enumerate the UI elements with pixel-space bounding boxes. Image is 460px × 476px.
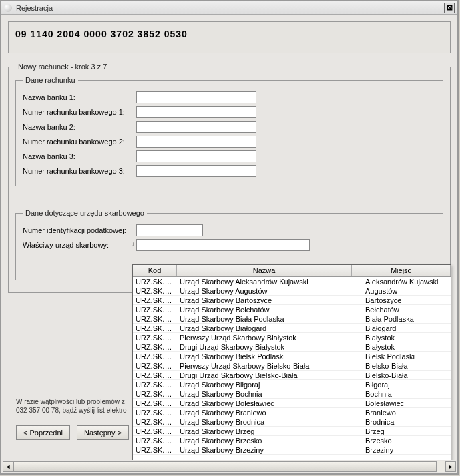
acct2-label: Numer rachunku bankowego 2:: [23, 138, 136, 146]
cell-nazwa: Urząd Skarbowy Bolesławiec: [177, 399, 363, 407]
window-scroll-thumb[interactable]: [13, 461, 437, 472]
cell-nazwa: Urząd Skarbowy Bartoszyce: [177, 296, 363, 304]
cell-miejsc: Brodnica: [363, 417, 451, 426]
bank-data-legend: Dane rachunku: [23, 76, 78, 84]
cell-kod: URZ.SK.019: [133, 436, 177, 445]
cell-kod: URZ.SK.002: [133, 286, 177, 295]
bank1-label: Nazwa banku 1:: [23, 93, 136, 101]
bank3-input[interactable]: [136, 150, 256, 162]
table-row[interactable]: URZ.SK.019Urząd Skarbowy BrzeskoBrzesko: [133, 436, 451, 445]
table-row[interactable]: URZ.SK.011Pierwszy Urząd Skarbowy Bielsk…: [133, 361, 451, 371]
bank2-input[interactable]: [136, 121, 256, 133]
tax-legend: Dane dotyczące urzędu skarbowego: [23, 209, 147, 217]
table-row[interactable]: URZ.SK.002Urząd Skarbowy AugustówAugustó…: [133, 286, 451, 296]
cell-kod: URZ.SK.004: [133, 305, 177, 314]
window-title: Rejestracja: [16, 4, 444, 12]
cell-miejsc: Bełchatów: [363, 305, 451, 314]
cell-kod: URZ.SK.013: [133, 380, 177, 389]
cell-nazwa: Urząd Skarbowy Aleksandrów Kujawski: [177, 277, 363, 286]
table-row[interactable]: URZ.SK.014Urząd Skarbowy BochniaBochnia: [133, 389, 451, 399]
urz-input[interactable]: [136, 239, 310, 251]
cell-miejsc: Bartoszyce: [363, 296, 451, 304]
nip-input[interactable]: [136, 224, 203, 236]
dropdown-arrow-icon: ↓: [132, 240, 135, 248]
table-row[interactable]: URZ.SK.012Drugi Urząd Skarbowy Bielsko-B…: [133, 371, 451, 380]
cell-kod: URZ.SK.009: [133, 342, 177, 351]
cell-kod: URZ.SK.017: [133, 417, 177, 426]
step-fieldset: Nowy rachunek - krok 3 z 7 Dane rachunku…: [8, 63, 451, 293]
table-row[interactable]: URZ.SK.010Urząd Skarbowy Bielsk Podlaski…: [133, 352, 451, 361]
cell-miejsc: Białogard: [363, 324, 451, 332]
urz-label: Właściwy urząd skarbowy:: [23, 241, 136, 249]
cell-nazwa: Urząd Skarbowy Brzesko: [177, 436, 363, 445]
table-row[interactable]: URZ.SK.015Urząd Skarbowy BolesławiecBole…: [133, 399, 451, 408]
cell-miejsc: Bolesławiec: [363, 399, 451, 407]
cell-nazwa: Drugi Urząd Skarbowy Bielsko-Biała: [177, 371, 363, 379]
table-row[interactable]: URZ.SK.008Pierwszy Urząd Skarbowy Białys…: [133, 333, 451, 342]
account-number-display: 09 1140 2004 0000 3702 3852 0530: [8, 21, 451, 53]
cell-nazwa: Urząd Skarbowy Braniewo: [177, 408, 363, 417]
cell-kod: URZ.SK.014: [133, 389, 177, 398]
cell-kod: URZ.SK.007: [133, 324, 177, 332]
bank2-label: Nazwa banku 2:: [23, 123, 136, 131]
cell-kod: URZ.SK.005: [133, 314, 177, 323]
acct1-label: Numer rachunku bankowego 1:: [23, 108, 136, 116]
cell-nazwa: Drugi Urząd Skarbowy Białystok: [177, 342, 363, 351]
nip-label: Numer identyfikacji podatkowej:: [23, 226, 136, 234]
cell-nazwa: Urząd Skarbowy Brodnica: [177, 417, 363, 426]
table-row[interactable]: URZ.SK.017Urząd Skarbowy BrodnicaBrodnic…: [133, 417, 451, 427]
table-row[interactable]: URZ.SK.004Urząd Skarbowy BełchatówBełcha…: [133, 305, 451, 314]
cell-kod: URZ.SK.012: [133, 371, 177, 379]
cell-miejsc: Bielsko-Biała: [363, 371, 451, 379]
cell-nazwa: Urząd Skarbowy Augustów: [177, 286, 363, 295]
cell-nazwa: Urząd Skarbowy Bełchatów: [177, 305, 363, 314]
cell-nazwa: Pierwszy Urząd Skarbowy Białystok: [177, 333, 363, 342]
table-row[interactable]: URZ.SK.005Urząd Skarbowy Biała PodlaskaB…: [133, 314, 451, 324]
cell-nazwa: Urząd Skarbowy Bielsk Podlaski: [177, 352, 363, 361]
cell-nazwa: Pierwszy Urząd Skarbowy Bielsko-Biała: [177, 361, 363, 370]
previous-button[interactable]: < Poprzedni: [16, 425, 70, 440]
help-text: W razie wątpliwości lub problemów z 032 …: [16, 397, 127, 415]
window-scroll-track[interactable]: [13, 461, 445, 472]
cell-miejsc: Białystok: [363, 342, 451, 351]
table-row[interactable]: URZ.SK.013Urząd Skarbowy BiłgorajBiłgora…: [133, 380, 451, 389]
acct3-label: Numer rachunku bankowego 3:: [23, 167, 136, 175]
cell-nazwa: Urząd Skarbowy Biłgoraj: [177, 380, 363, 389]
column-header-kod[interactable]: Kod: [133, 265, 177, 276]
acct3-input[interactable]: [136, 165, 256, 177]
table-row[interactable]: URZ.SK.009Drugi Urząd Skarbowy Białystok…: [133, 342, 451, 352]
cell-kod: URZ.SK.011: [133, 361, 177, 370]
titlebar: Rejestracja ⊠: [1, 1, 457, 15]
next-button[interactable]: Następny >: [77, 425, 129, 440]
column-header-nazwa[interactable]: Nazwa: [177, 265, 352, 276]
table-row[interactable]: URZ.SK.016Urząd Skarbowy BraniewoBraniew…: [133, 408, 451, 417]
table-row[interactable]: URZ.SK.003Urząd Skarbowy BartoszyceBarto…: [133, 296, 451, 305]
acct1-input[interactable]: [136, 106, 256, 118]
window-horizontal-scrollbar[interactable]: ◄ ►: [3, 461, 456, 472]
table-row[interactable]: URZ.SK.001Urząd Skarbowy Aleksandrów Kuj…: [133, 277, 451, 286]
window-scroll-left-icon[interactable]: ◄: [3, 461, 13, 472]
help-line1: W razie wątpliwości lub problemów z: [16, 398, 125, 405]
table-row[interactable]: URZ.SK.020Urząd Skarbowy BrzezinyBrzezin…: [133, 445, 451, 455]
nav-buttons: < Poprzedni Następny >: [16, 425, 129, 440]
bank1-input[interactable]: [136, 91, 256, 103]
tax-office-dropdown: Kod Nazwa Miejsc URZ.SK.001Urząd Skarbow…: [132, 264, 451, 460]
cell-nazwa: Urząd Skarbowy Białogard: [177, 324, 363, 332]
cell-miejsc: Białystok: [363, 333, 451, 342]
window-scroll-right-icon[interactable]: ►: [445, 461, 456, 472]
column-header-miejsc[interactable]: Miejsc: [352, 265, 451, 276]
table-row[interactable]: URZ.SK.018Urząd Skarbowy BrzegBrzeg: [133, 427, 451, 436]
grid-body[interactable]: URZ.SK.001Urząd Skarbowy Aleksandrów Kuj…: [133, 277, 451, 460]
cell-nazwa: Urząd Skarbowy Bochnia: [177, 389, 363, 398]
step-legend: Nowy rachunek - krok 3 z 7: [15, 63, 109, 71]
cell-miejsc: Bochnia: [363, 389, 451, 398]
acct2-input[interactable]: [136, 136, 256, 148]
cell-kod: URZ.SK.018: [133, 427, 177, 435]
bank3-label: Nazwa banku 3:: [23, 152, 136, 160]
help-line2: 032 357 00 78, bądź wyślij list elektro: [16, 407, 127, 414]
cell-kod: URZ.SK.020: [133, 445, 177, 454]
table-row[interactable]: URZ.SK.007Urząd Skarbowy BiałogardBiałog…: [133, 324, 451, 333]
cell-kod: URZ.SK.001: [133, 277, 177, 286]
close-button[interactable]: ⊠: [444, 3, 455, 13]
cell-miejsc: Brzeg: [363, 427, 451, 435]
